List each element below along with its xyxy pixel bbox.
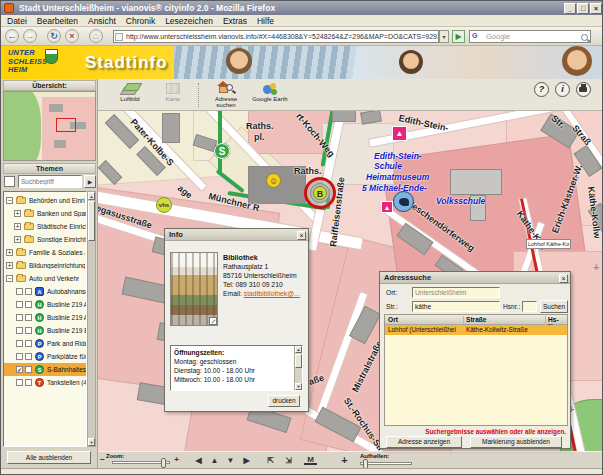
visibility-checkbox[interactable] bbox=[16, 301, 23, 308]
tree-item-auto-verkehr[interactable]: − Auto und Verkehr bbox=[4, 272, 87, 285]
hide-marker-button[interactable]: Markierung ausblenden bbox=[470, 436, 562, 448]
tree-item-banken[interactable]: + Banken und Sparkassen bbox=[4, 207, 87, 220]
theme-search-input[interactable] bbox=[18, 175, 82, 188]
tree-item-bus-219ag[interactable]: H Buslinie 219 A G bbox=[4, 298, 87, 311]
info-button[interactable]: i bbox=[555, 82, 570, 97]
email-link[interactable]: stadtbibliothek@... bbox=[244, 290, 300, 297]
scroll-up-icon[interactable]: ▲ bbox=[295, 346, 302, 353]
minimap-view-rect[interactable] bbox=[56, 118, 76, 132]
ort-input[interactable]: Unterschleißheim bbox=[412, 287, 500, 298]
tree-item-parkplaetze[interactable]: P Parkplätze für Me bbox=[4, 350, 87, 363]
pan-down-icon[interactable]: ▼ bbox=[224, 455, 237, 467]
menu-bearbeiten[interactable]: Bearbeiten bbox=[37, 16, 78, 26]
label-checkbox[interactable] bbox=[25, 353, 32, 360]
hours-scrollbar[interactable]: ▲ ▼ bbox=[294, 346, 302, 390]
label-checkbox[interactable] bbox=[25, 340, 32, 347]
hsnr-input[interactable] bbox=[522, 301, 537, 312]
menu-ansicht[interactable]: Ansicht bbox=[88, 16, 116, 26]
google-earth-button[interactable]: Google Earth bbox=[250, 81, 290, 109]
scrollbar-thumb[interactable] bbox=[295, 354, 302, 368]
visibility-checkbox-checked[interactable]: ✓ bbox=[16, 366, 23, 373]
label-checkbox[interactable] bbox=[25, 301, 32, 308]
tree-item-tankstellen[interactable]: T Tankstellen (4) bbox=[4, 376, 87, 389]
museum-marker[interactable]: ▲ bbox=[392, 126, 407, 141]
tree-scrollbar[interactable]: ▲ ▼ bbox=[87, 191, 96, 447]
search-engine-input[interactable]: Google bbox=[469, 30, 591, 43]
visibility-checkbox[interactable] bbox=[16, 353, 23, 360]
label-checkbox[interactable] bbox=[25, 288, 32, 295]
photo-expand-icon[interactable] bbox=[209, 317, 217, 325]
url-bar[interactable]: http://www.unterschleissheim.vianovis.in… bbox=[113, 30, 439, 43]
expand-icon[interactable]: + bbox=[14, 210, 21, 217]
label-checkbox[interactable] bbox=[25, 379, 32, 386]
url-dropdown-icon[interactable]: ▾ bbox=[439, 30, 449, 43]
zoom-in-icon[interactable]: + bbox=[170, 454, 183, 466]
popup-close-icon[interactable]: × bbox=[297, 231, 306, 240]
panel-close-icon[interactable]: × bbox=[559, 274, 568, 283]
pan-up-icon[interactable]: ▲ bbox=[208, 455, 221, 467]
scroll-down-icon[interactable]: ▼ bbox=[88, 438, 95, 446]
visibility-checkbox[interactable] bbox=[16, 340, 23, 347]
tree-item-autobahn[interactable]: A Autobahnanschlu bbox=[4, 285, 87, 298]
vhs-marker[interactable]: vhs bbox=[156, 197, 172, 213]
theater-marker[interactable]: ☺ bbox=[266, 173, 281, 188]
menu-chronik[interactable]: Chronik bbox=[126, 16, 155, 26]
go-button[interactable]: ▶ bbox=[452, 30, 465, 43]
reload-icon[interactable]: ↻ bbox=[47, 29, 61, 43]
karte-button[interactable]: Karte bbox=[153, 81, 193, 109]
tree-item-behoerden[interactable]: − Behörden und Einrichtungen bbox=[4, 194, 87, 207]
minimize-button[interactable]: _ bbox=[564, 3, 576, 14]
result-row-selected[interactable]: Lohhof (Unterschleißhei Käthe-Kollwitz-S… bbox=[385, 325, 567, 335]
visibility-checkbox[interactable] bbox=[16, 379, 23, 386]
expand-icon[interactable]: + bbox=[6, 262, 13, 269]
sbahn-marker[interactable]: S bbox=[214, 143, 230, 159]
tree-item-bus-219bu[interactable]: H Buslinie 219 B U bbox=[4, 324, 87, 337]
visibility-checkbox[interactable] bbox=[16, 314, 23, 321]
expand-icon[interactable]: + bbox=[14, 223, 21, 230]
back-icon[interactable]: ← bbox=[5, 29, 19, 43]
tree-item-staedtische[interactable]: + Städtische Einrichtungen bbox=[4, 220, 87, 233]
label-checkbox[interactable] bbox=[25, 327, 32, 334]
full-extent-icon[interactable]: ⇲ bbox=[282, 455, 295, 467]
show-address-button[interactable]: Adresse anzeigen bbox=[386, 436, 462, 448]
scroll-up-icon[interactable]: ▲ bbox=[88, 192, 95, 200]
library-photo[interactable] bbox=[170, 252, 218, 326]
help-button[interactable]: ? bbox=[534, 82, 549, 97]
search-option-checkbox[interactable] bbox=[4, 176, 15, 187]
adresse-suchen-button[interactable]: Adresse suchen bbox=[206, 81, 246, 109]
brightness-slider[interactable] bbox=[360, 462, 412, 465]
tree-item-bildung[interactable]: + Bildungseinrichtungen & Ki bbox=[4, 259, 87, 272]
collapse-icon[interactable]: − bbox=[6, 275, 13, 282]
str-input[interactable]: käthe bbox=[412, 301, 500, 312]
measure-tool-button[interactable]: M bbox=[304, 455, 317, 465]
crosshair-tool-icon[interactable]: + bbox=[338, 455, 351, 467]
home-icon[interactable]: ⌂ bbox=[89, 29, 103, 43]
overview-minimap[interactable] bbox=[3, 91, 96, 161]
scroll-down-icon[interactable]: ▼ bbox=[295, 383, 302, 390]
tree-item-sbahn[interactable]: ✓ S S-Bahnhaltestell bbox=[4, 363, 87, 376]
menu-datei[interactable]: Datei bbox=[7, 16, 27, 26]
zoom-extent-icon[interactable]: ⇱ bbox=[264, 455, 277, 467]
zoom-slider[interactable] bbox=[112, 461, 170, 464]
collapse-icon[interactable]: − bbox=[6, 197, 13, 204]
label-checkbox[interactable] bbox=[25, 366, 32, 373]
search-go-icon[interactable]: ▶ bbox=[84, 175, 96, 188]
tree-item-park-ride[interactable]: P Park and Ride Pa bbox=[4, 337, 87, 350]
forward-icon[interactable]: → bbox=[23, 29, 37, 43]
menu-extras[interactable]: Extras bbox=[223, 16, 247, 26]
visibility-checkbox[interactable] bbox=[16, 327, 23, 334]
search-icon[interactable] bbox=[581, 34, 588, 41]
suchen-button[interactable]: Suchen bbox=[540, 300, 568, 313]
tree-item-sonstige[interactable]: + Sonstige Einrichtungen bbox=[4, 233, 87, 246]
tree-item-bus-219au[interactable]: H Buslinie 219 A U bbox=[4, 311, 87, 324]
scrollbar-thumb[interactable] bbox=[88, 201, 95, 241]
school-marker[interactable]: ▲ bbox=[381, 201, 393, 213]
zoom-slider-thumb[interactable] bbox=[161, 458, 166, 468]
stop-icon[interactable]: × bbox=[65, 29, 79, 43]
expand-icon[interactable]: + bbox=[14, 236, 21, 243]
label-checkbox[interactable] bbox=[25, 314, 32, 321]
zoom-out-icon[interactable]: − bbox=[96, 454, 109, 466]
museum-blue-marker[interactable] bbox=[393, 191, 414, 212]
close-button[interactable]: × bbox=[590, 3, 602, 14]
luftbild-button[interactable]: Luftbild bbox=[110, 81, 150, 109]
